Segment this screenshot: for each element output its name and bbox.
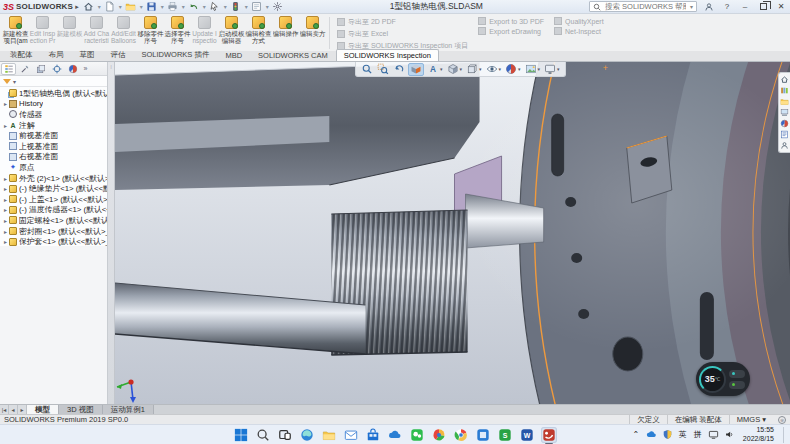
taskbar-clock[interactable]: 15:55 2022/8/15	[743, 426, 774, 443]
browser-360-icon[interactable]	[431, 427, 447, 443]
quick-access-dropdown-icon[interactable]: ▾	[266, 3, 269, 10]
select-icon[interactable]	[209, 1, 221, 13]
quick-access-dropdown-icon[interactable]: ▾	[224, 3, 227, 10]
file-explorer-icon[interactable]	[780, 97, 789, 106]
ribbon-tab-装配体[interactable]: 装配体	[2, 48, 41, 61]
graphics-viewport[interactable]: + A▾▾▾▾▾▾▾ 35℃	[115, 62, 790, 404]
feature-tree-item[interactable]: 传感器	[0, 109, 107, 120]
expand-arrow-icon[interactable]: ▸	[2, 122, 9, 129]
open-icon[interactable]	[125, 1, 137, 13]
remove-balloons-button[interactable]: 移除零件序号	[137, 15, 164, 51]
annotation-view-icon[interactable]: A▾	[426, 63, 444, 76]
expand-arrow-icon[interactable]: ▸	[2, 228, 9, 235]
save-icon[interactable]	[146, 1, 158, 13]
expand-arrow-icon[interactable]: ▸	[2, 100, 9, 107]
word-icon[interactable]: W	[519, 427, 535, 443]
tab-scroll-button[interactable]: ◂	[9, 405, 18, 414]
ribbon-tab-mbd[interactable]: MBD	[217, 49, 250, 61]
display-style-icon[interactable]: ▾	[465, 63, 483, 76]
dimxpertmanager-tab[interactable]	[49, 63, 64, 75]
edit-vendors-button[interactable]: 编辑卖方	[299, 15, 326, 51]
design-library-icon[interactable]	[780, 86, 789, 95]
feature-tree-item[interactable]: 上视基准面	[0, 141, 107, 152]
ime-language-indicator[interactable]: 英	[678, 429, 688, 440]
ribbon-tab-solidworks-插件[interactable]: SOLIDWORKS 插件	[134, 48, 218, 61]
quick-access-dropdown-icon[interactable]: ▾	[119, 3, 122, 10]
app-blue-icon[interactable]	[475, 427, 491, 443]
tray-defender-icon[interactable]	[662, 429, 673, 440]
document-tab-3D-视图[interactable]: 3D 视图	[59, 405, 103, 414]
zoom-to-fit-icon[interactable]	[360, 63, 374, 76]
minimize-icon[interactable]: –	[739, 1, 751, 13]
feature-tree-item[interactable]: ▸保护套<1> (默认<<默认>_显示状	[0, 236, 107, 246]
print-icon[interactable]	[167, 1, 179, 13]
quick-access-dropdown-icon[interactable]: ▾	[182, 3, 185, 10]
expand-arrow-icon[interactable]: ▸	[2, 185, 9, 192]
file-explorer-taskbar-icon[interactable]	[321, 427, 337, 443]
tray-onedrive-icon[interactable]	[646, 429, 657, 440]
section-view-icon[interactable]	[408, 63, 424, 76]
ribbon-tab-布局[interactable]: 布局	[41, 48, 72, 61]
store-icon[interactable]	[365, 427, 381, 443]
apply-scene-icon[interactable]: ▾	[524, 63, 542, 76]
new-document-icon[interactable]	[104, 1, 116, 13]
expand-arrow-icon[interactable]: ▸	[2, 175, 9, 182]
featuremanager-tab[interactable]	[1, 63, 16, 75]
tray-cast-icon[interactable]	[708, 429, 719, 440]
appearances-scenes-icon[interactable]	[780, 119, 789, 128]
quick-access-dropdown-icon[interactable]: ▾	[203, 3, 206, 10]
quick-access-dropdown-icon[interactable]: ▾	[161, 3, 164, 10]
view-settings-icon[interactable]: ▾	[543, 63, 561, 76]
select-balloons-button[interactable]: 选择零件序号	[164, 15, 191, 51]
new-inspection-project-button[interactable]: 新建检查项目(amp;N)	[2, 15, 29, 51]
options-icon[interactable]	[272, 1, 284, 13]
menu-flyout-icon[interactable]: ▸	[75, 3, 79, 11]
search-dropdown-icon[interactable]: ▾	[690, 3, 693, 10]
sign-in-icon[interactable]	[703, 1, 715, 13]
edit-operations-button[interactable]: 编辑操作	[272, 15, 299, 51]
document-tab-模型[interactable]: 模型	[27, 405, 59, 414]
feature-tree-item[interactable]: ▸密封圈<1> (默认<<默认>_显示状	[0, 226, 107, 237]
quick-access-dropdown-icon[interactable]: ▾	[140, 3, 143, 10]
restore-icon[interactable]	[757, 1, 769, 13]
onedrive-icon[interactable]	[387, 427, 403, 443]
expand-arrow-icon[interactable]: ▸	[2, 196, 9, 203]
ime-mode-indicator[interactable]: 拼	[693, 429, 703, 440]
propertymanager-tab[interactable]	[17, 63, 32, 75]
feature-tree-item[interactable]: ▸History	[0, 99, 107, 110]
file-properties-icon[interactable]	[251, 1, 263, 13]
feature-tree-root[interactable]: 1型铝轴热电偶 (默认<默认_显示状态-1	[0, 88, 107, 99]
tray-volume-icon[interactable]	[724, 429, 735, 440]
tab-scroll-button[interactable]: ▸	[18, 405, 27, 414]
ribbon-tab-solidworks-inspection[interactable]: SOLIDWORKS Inspection	[336, 49, 439, 61]
expand-arrow-icon[interactable]: ▸	[2, 238, 9, 245]
panel-splitter[interactable]: ⁞	[108, 62, 115, 404]
solidworks-forum-icon[interactable]	[780, 141, 789, 150]
expand-arrow-icon[interactable]: ▸	[2, 206, 9, 213]
help-icon[interactable]: ?	[721, 1, 733, 13]
chrome-icon[interactable]	[453, 427, 469, 443]
edit-inspection-methods-button[interactable]: 编辑检查方式	[245, 15, 272, 51]
hide-show-items-icon[interactable]: ▾	[485, 63, 503, 76]
search-button[interactable]	[255, 427, 271, 443]
feature-tree-item[interactable]: ⌖原点	[0, 162, 107, 173]
rebuild-icon[interactable]	[230, 1, 242, 13]
status-tag-icon[interactable]: ⊛	[778, 416, 786, 424]
feature-tree-item[interactable]: ▸外壳 (2)<1> (默认<<默认>_显示状	[0, 173, 107, 184]
tree-filter-row[interactable]: ▾	[0, 76, 107, 87]
feature-tree-item[interactable]: 右视基准面	[0, 152, 107, 163]
task-view-button[interactable]	[277, 427, 293, 443]
view-palette-icon[interactable]	[780, 108, 789, 117]
panel-tabs-overflow[interactable]: »	[81, 63, 90, 75]
quick-access-dropdown-icon[interactable]: ▾	[98, 3, 101, 10]
edge-icon[interactable]	[299, 427, 315, 443]
feature-tree-item[interactable]: ▸(-) 绝缘垫片<1> (默认<<默认>_显	[0, 183, 107, 194]
quick-access-dropdown-icon[interactable]: ▾	[245, 3, 248, 10]
wps-icon[interactable]: S	[497, 427, 513, 443]
home-icon[interactable]	[83, 1, 95, 13]
previous-view-icon[interactable]	[392, 63, 406, 76]
view-orientation-icon[interactable]: ▾	[446, 63, 464, 76]
feature-tree-item[interactable]: ▸A注解	[0, 120, 107, 131]
feature-tree-item[interactable]: ▸固定螺栓<1> (默认<<默认>_显示	[0, 215, 107, 226]
solidworks-resources-icon[interactable]	[780, 75, 789, 84]
